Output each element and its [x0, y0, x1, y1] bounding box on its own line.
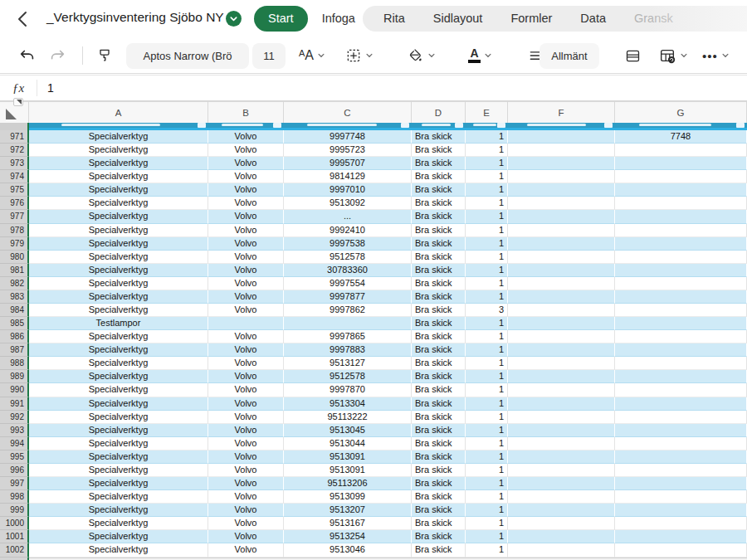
- cell-D973[interactable]: Bra skick: [412, 157, 466, 170]
- cell-C1002[interactable]: 9513046: [284, 543, 412, 557]
- filter-button-icon[interactable]: [604, 123, 613, 128]
- cell-A980[interactable]: Specialverktyg: [29, 251, 208, 264]
- cell-D971[interactable]: Bra skick: [412, 130, 466, 144]
- row-number[interactable]: 986: [0, 330, 29, 343]
- row-number[interactable]: 977: [0, 210, 29, 223]
- table-header-cell-B[interactable]: [208, 123, 284, 130]
- row-number[interactable]: 997: [0, 477, 29, 490]
- cell-G1000[interactable]: [615, 517, 747, 530]
- cell-D995[interactable]: Bra skick: [412, 450, 466, 464]
- cell-G990[interactable]: [615, 383, 747, 397]
- cell-G982[interactable]: [615, 277, 747, 290]
- cell-B988[interactable]: Volvo: [208, 357, 284, 370]
- cell-E980[interactable]: 1: [466, 251, 508, 264]
- cell-A997[interactable]: Specialverktyg: [29, 477, 208, 490]
- cell-F995[interactable]: [508, 450, 615, 464]
- cell-B978[interactable]: Volvo: [208, 224, 284, 237]
- cell-G984[interactable]: [615, 304, 747, 317]
- cell-E976[interactable]: 1: [466, 197, 508, 210]
- cell-A990[interactable]: Specialverktyg: [29, 383, 208, 397]
- cell-F976[interactable]: [508, 197, 615, 210]
- cell-F1001[interactable]: [508, 530, 615, 543]
- cell-C999[interactable]: 9513207: [284, 504, 412, 517]
- cell-B984[interactable]: Volvo: [208, 304, 284, 317]
- row-number[interactable]: 981: [0, 264, 29, 277]
- cell-E999[interactable]: 1: [466, 504, 508, 517]
- row-number[interactable]: 973: [0, 157, 29, 170]
- row-number[interactable]: 991: [0, 397, 29, 411]
- cell-A984[interactable]: Specialverktyg: [29, 304, 208, 317]
- cell-B980[interactable]: Volvo: [208, 251, 284, 264]
- cell-D976[interactable]: Bra skick: [412, 197, 466, 210]
- borders-icon[interactable]: [345, 37, 374, 74]
- cell-D999[interactable]: Bra skick: [412, 504, 466, 517]
- row-number[interactable]: 998: [0, 490, 29, 504]
- format-as-table-icon[interactable]: [658, 37, 688, 74]
- cell-E986[interactable]: 1: [466, 330, 508, 343]
- cell-E979[interactable]: 1: [466, 237, 508, 251]
- cell-D979[interactable]: Bra skick: [412, 237, 466, 251]
- cell-B995[interactable]: Volvo: [208, 450, 284, 464]
- row-number[interactable]: 1001: [0, 530, 29, 543]
- cell-F992[interactable]: [508, 411, 615, 424]
- row-number[interactable]: 993: [0, 424, 29, 437]
- cell-E998[interactable]: 1: [466, 490, 508, 504]
- cell-D985[interactable]: Bra skick: [412, 317, 466, 330]
- cell-G980[interactable]: [615, 251, 747, 264]
- row-number[interactable]: 975: [0, 183, 29, 197]
- cell-F1002[interactable]: [508, 543, 615, 557]
- cell-D975[interactable]: Bra skick: [412, 183, 466, 197]
- row-number[interactable]: 992: [0, 411, 29, 424]
- cell-G987[interactable]: [615, 343, 747, 357]
- font-name-select[interactable]: Aptos Narrow (Brö: [126, 43, 249, 69]
- cell-D993[interactable]: Bra skick: [412, 424, 466, 437]
- cell-D1002[interactable]: Bra skick: [412, 543, 466, 557]
- column-header-B[interactable]: B: [208, 102, 284, 123]
- column-header-E[interactable]: E: [466, 102, 508, 123]
- cell-E974[interactable]: 1: [466, 170, 508, 183]
- cell-C991[interactable]: 9513304: [284, 397, 412, 411]
- cell-B994[interactable]: Volvo: [208, 437, 284, 450]
- cell-C972[interactable]: 9995723: [284, 144, 412, 157]
- row-number[interactable]: 990: [0, 383, 29, 397]
- cell-B975[interactable]: Volvo: [208, 183, 284, 197]
- formula-input[interactable]: 1: [37, 81, 747, 95]
- format-painter-icon[interactable]: [96, 37, 113, 74]
- row-number[interactable]: 989: [0, 370, 29, 383]
- row-number[interactable]: 971: [0, 130, 29, 144]
- cell-F991[interactable]: [508, 397, 615, 411]
- cell-E973[interactable]: 1: [466, 157, 508, 170]
- row-number[interactable]: 1002: [0, 543, 29, 557]
- cell-G981[interactable]: [615, 264, 747, 277]
- cell-E975[interactable]: 1: [466, 183, 508, 197]
- row-number[interactable]: 999: [0, 504, 29, 517]
- row-number[interactable]: 994: [0, 437, 29, 450]
- tab-data[interactable]: Data: [566, 6, 620, 32]
- filter-button-icon[interactable]: [497, 123, 505, 128]
- cell-B982[interactable]: Volvo: [208, 277, 284, 290]
- fx-icon[interactable]: ƒx: [0, 81, 37, 95]
- cell-C995[interactable]: 9513091: [284, 450, 412, 464]
- cell-A974[interactable]: Specialverktyg: [29, 170, 208, 183]
- cell-C976[interactable]: 9513092: [284, 197, 412, 210]
- cell-G974[interactable]: [615, 170, 747, 183]
- cell-D981[interactable]: Bra skick: [412, 264, 466, 277]
- cell-D992[interactable]: Bra skick: [412, 411, 466, 424]
- title-dropdown-badge-icon[interactable]: [226, 11, 242, 27]
- cell-C993[interactable]: 9513045: [284, 424, 412, 437]
- font-color-icon[interactable]: A: [468, 37, 492, 74]
- cell-A976[interactable]: Specialverktyg: [29, 197, 208, 210]
- cell-G1002[interactable]: [615, 543, 747, 557]
- cell-A975[interactable]: Specialverktyg: [29, 183, 208, 197]
- cell-D994[interactable]: Bra skick: [412, 437, 466, 450]
- cell-C998[interactable]: 9513099: [284, 490, 412, 504]
- table-header-cell-G[interactable]: [615, 123, 747, 130]
- row-number[interactable]: 982: [0, 277, 29, 290]
- cell-F975[interactable]: [508, 183, 615, 197]
- cell-F994[interactable]: [508, 437, 615, 450]
- row-number[interactable]: 984: [0, 304, 29, 317]
- cell-C1001[interactable]: 9513254: [284, 530, 412, 543]
- tab-sidlayout[interactable]: Sidlayout: [419, 6, 497, 32]
- cell-C997[interactable]: 95113206: [284, 477, 412, 490]
- cell-D983[interactable]: Bra skick: [412, 290, 466, 304]
